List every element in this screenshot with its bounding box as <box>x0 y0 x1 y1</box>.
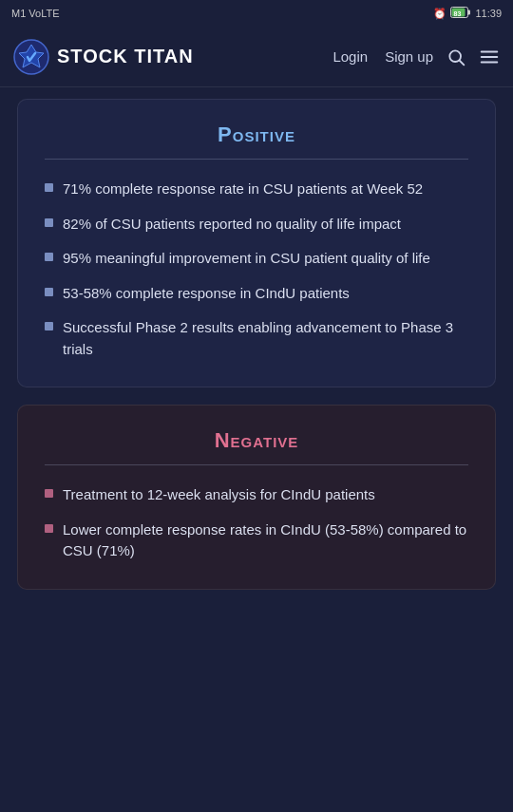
list-item-text: Lower complete response rates in CIndU (… <box>63 519 468 562</box>
list-item: 53-58% complete response in CIndU patien… <box>45 283 468 305</box>
battery-indicator: 83 <box>450 7 471 20</box>
navbar: STOCK TITAN Login Sign up <box>0 27 513 87</box>
list-item-text: Successful Phase 2 results enabling adva… <box>63 317 468 360</box>
svg-text:83: 83 <box>454 10 462 17</box>
logo-text: STOCK TITAN <box>57 46 194 67</box>
negative-section: Negative Treatment to 12-week analysis f… <box>17 405 496 590</box>
status-right: ⏰ 83 11:39 <box>433 7 502 20</box>
bullet-icon <box>45 322 53 330</box>
list-item-text: 71% complete response rate in CSU patien… <box>63 179 423 200</box>
bullet-icon <box>45 288 53 296</box>
logo-area: STOCK TITAN <box>13 39 332 75</box>
bullet-icon <box>45 489 53 498</box>
main-content: Positive 71% complete response rate in C… <box>0 87 513 613</box>
list-item: 71% complete response rate in CSU patien… <box>45 179 468 200</box>
svg-rect-1 <box>468 10 471 15</box>
list-item: 82% of CSU patients reported no quality … <box>45 214 468 236</box>
logo-icon <box>13 39 49 75</box>
bullet-icon <box>45 524 53 533</box>
negative-bullet-list: Treatment to 12-week analysis for CIndU … <box>45 484 468 562</box>
bullet-icon <box>45 183 53 192</box>
negative-divider <box>45 464 468 465</box>
nav-links: Login Sign up <box>332 48 433 65</box>
time-label: 11:39 <box>475 8 502 19</box>
list-item-text: 53-58% complete response in CIndU patien… <box>63 283 350 305</box>
list-item: Successful Phase 2 results enabling adva… <box>45 317 468 360</box>
negative-section-title: Negative <box>45 428 468 453</box>
alarm-icon: ⏰ <box>433 8 446 20</box>
bullet-icon <box>45 218 53 227</box>
list-item: Lower complete response rates in CIndU (… <box>45 519 468 562</box>
carrier-label: M1 VoLTE <box>11 8 60 19</box>
list-item-text: 82% of CSU patients reported no quality … <box>63 214 401 236</box>
menu-button[interactable] <box>479 47 500 67</box>
nav-icons <box>446 47 500 67</box>
search-icon <box>446 47 466 66</box>
list-item: Treatment to 12-week analysis for CIndU … <box>45 484 468 506</box>
svg-line-6 <box>460 60 465 65</box>
list-item-text: 95% meaningful improvement in CSU patien… <box>63 248 430 270</box>
signup-link[interactable]: Sign up <box>385 48 433 65</box>
positive-divider <box>45 159 468 160</box>
login-link[interactable]: Login <box>332 48 368 65</box>
positive-section-title: Positive <box>45 123 468 147</box>
list-item: 95% meaningful improvement in CSU patien… <box>45 248 468 270</box>
hamburger-icon <box>479 47 500 67</box>
positive-bullet-list: 71% complete response rate in CSU patien… <box>45 179 468 360</box>
positive-section: Positive 71% complete response rate in C… <box>17 99 496 387</box>
bullet-icon <box>45 253 53 261</box>
status-left: M1 VoLTE <box>11 8 60 19</box>
search-button[interactable] <box>446 47 466 66</box>
list-item-text: Treatment to 12-week analysis for CIndU … <box>63 484 375 506</box>
status-bar: M1 VoLTE ⏰ 83 11:39 <box>0 0 513 27</box>
